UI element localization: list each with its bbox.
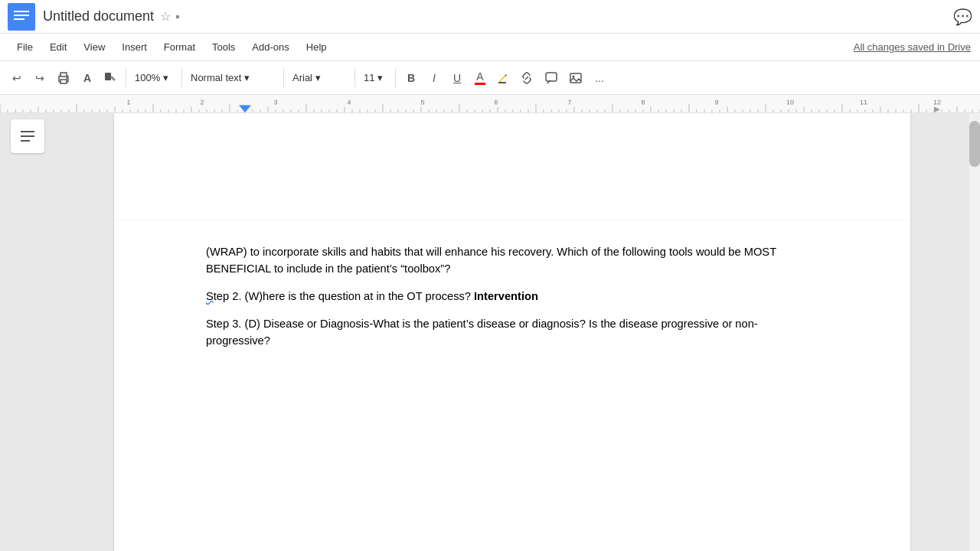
ruler — [0, 95, 980, 113]
paragraph2-text2: tep 2. (W)here is the question at in the… — [214, 290, 471, 302]
svg-rect-15 — [21, 140, 30, 142]
page-bottom[interactable]: (WRAP) to incorporate skills and habits … — [114, 220, 910, 551]
zoom-value: 100% — [135, 72, 160, 83]
font-color-button[interactable]: A — [469, 67, 491, 89]
svg-rect-11 — [570, 73, 581, 83]
print-button[interactable] — [52, 67, 75, 89]
svg-rect-8 — [105, 73, 111, 80]
outline-button[interactable] — [11, 119, 44, 153]
divider-1 — [126, 69, 126, 87]
paragraph3-text: Step 3. (D) Disease or Diagnosis-What is… — [206, 318, 758, 347]
menu-addons[interactable]: Add-ons — [244, 38, 296, 56]
font-select[interactable]: Arial ▾ — [289, 67, 350, 89]
title-bar: Untitled document ☆ ▪ 💬 — [0, 0, 980, 34]
insert-image-button[interactable] — [564, 67, 587, 89]
paint-format-button[interactable] — [100, 67, 121, 89]
font-size-arrow: ▾ — [377, 72, 383, 83]
spell-check-button[interactable]: A — [77, 67, 98, 89]
redo-button[interactable]: ↪ — [29, 67, 51, 89]
more-button[interactable]: ... — [589, 67, 610, 89]
font-color-a: A — [475, 70, 485, 85]
content-paragraph1: (WRAP) to incorporate skills and habits … — [206, 243, 818, 277]
menu-help[interactable]: Help — [299, 38, 335, 56]
svg-rect-14 — [21, 135, 34, 137]
right-scrollbar[interactable] — [969, 113, 980, 551]
left-sidebar — [0, 113, 55, 551]
menu-file[interactable]: File — [9, 38, 41, 56]
paragraph2-bold: Intervention — [471, 290, 538, 302]
svg-rect-2 — [14, 15, 29, 16]
menu-edit[interactable]: Edit — [42, 38, 74, 56]
svg-rect-13 — [21, 131, 34, 132]
menu-tools[interactable]: Tools — [204, 38, 243, 56]
underline-button[interactable]: U — [446, 67, 468, 89]
doc-area: (WRAP) to incorporate skills and habits … — [0, 113, 980, 551]
svg-rect-0 — [8, 3, 35, 31]
menu-insert[interactable]: Insert — [114, 38, 155, 56]
svg-point-7 — [66, 77, 67, 79]
svg-rect-3 — [14, 18, 24, 20]
star-icon[interactable]: ☆ — [160, 9, 171, 24]
undo-button[interactable]: ↩ — [6, 67, 28, 89]
menu-bar: File Edit View Insert Format Tools Add-o… — [0, 34, 980, 61]
divider-3 — [283, 69, 284, 87]
menu-format[interactable]: Format — [156, 38, 203, 56]
font-size-select[interactable]: 11 ▾ — [360, 67, 390, 89]
divider-2 — [181, 69, 182, 87]
font-value: Arial — [292, 72, 312, 83]
style-select[interactable]: Normal text ▾ — [187, 67, 279, 89]
divider-5 — [395, 69, 396, 87]
comments-icon[interactable]: 💬 — [953, 8, 972, 26]
bold-button[interactable]: B — [400, 67, 422, 89]
style-arrow: ▾ — [244, 72, 250, 83]
svg-rect-5 — [60, 73, 67, 77]
divider-4 — [354, 69, 355, 87]
zoom-select[interactable]: 100% ▾ — [131, 67, 177, 89]
svg-rect-1 — [14, 11, 29, 12]
comment-button[interactable] — [540, 67, 563, 89]
content-paragraph3: Step 3. (D) Disease or Diagnosis-What is… — [206, 315, 818, 349]
font-arrow: ▾ — [315, 72, 321, 83]
folder-icon[interactable]: ▪ — [175, 10, 180, 24]
page-container: (WRAP) to incorporate skills and habits … — [55, 113, 969, 551]
style-value: Normal text — [191, 72, 241, 83]
italic-button[interactable]: I — [423, 67, 445, 89]
svg-rect-10 — [546, 73, 557, 81]
save-status: All changes saved in Drive — [854, 41, 971, 53]
doc-title[interactable]: Untitled document — [43, 8, 154, 24]
title-right: 💬 — [953, 8, 972, 26]
svg-rect-6 — [60, 80, 67, 83]
highlight-button[interactable] — [492, 67, 514, 89]
doc-icon — [8, 3, 35, 31]
paragraph2-text: S — [206, 290, 214, 302]
font-size-value: 11 — [364, 72, 374, 83]
page-top — [114, 113, 910, 220]
menu-view[interactable]: View — [76, 38, 113, 56]
svg-rect-9 — [498, 82, 506, 83]
zoom-arrow: ▾ — [163, 72, 168, 83]
link-button[interactable] — [515, 67, 538, 89]
content-paragraph2: Step 2. (W)here is the question at in th… — [206, 288, 818, 305]
toolbar: ↩ ↪ A 100% ▾ Normal text ▾ Arial ▾ 11 ▾ … — [0, 61, 980, 95]
